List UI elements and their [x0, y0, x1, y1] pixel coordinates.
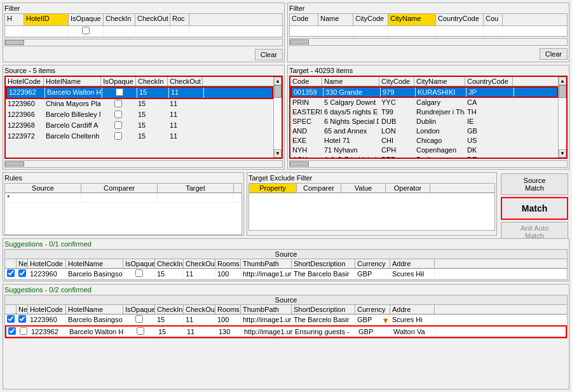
filter-col-hotelid: HotelID	[24, 14, 69, 25]
s2-col-check1	[5, 305, 17, 314]
s2-r1-check1[interactable]	[6, 327, 18, 337]
s2-r1-checkbox1[interactable]	[8, 327, 16, 335]
s2-r0-checkbox1[interactable]	[7, 315, 15, 323]
target-scroll-down[interactable]: ▼	[559, 149, 566, 158]
suggestions-1-row-0[interactable]: 1223960 Barcelo Basingso 15 11 100 http:…	[5, 269, 567, 280]
source-r0-checkbox[interactable]	[116, 88, 123, 96]
s2-r0-hotelcode: 1223960	[28, 315, 66, 324]
target-r2-code: EASTERN	[290, 107, 322, 116]
s2-col-isopaque: IsOpaque	[123, 305, 155, 314]
source-panel: Source - 5 items HotelCode HotelName IsO…	[3, 65, 285, 170]
target-row-2[interactable]: EASTERN 6 days/5 nights E T99 Rundrejser…	[290, 107, 558, 117]
source-match-button[interactable]: SourceMatch	[501, 173, 568, 195]
s2-r1-isopaque	[125, 327, 156, 337]
source-row-3[interactable]: 1223968 Barcelo Cardiff A 15 11	[6, 121, 273, 132]
suggestions-2-row-1[interactable]: 1223962 Barcelo Walton H 15 11 130 http:…	[5, 325, 567, 338]
source-r2-checkout: 11	[168, 110, 203, 120]
source-scroll-up[interactable]: ▲	[274, 77, 282, 85]
filter-col-checkin: CheckIn	[104, 14, 135, 25]
rules-row-0: *	[5, 193, 242, 203]
suggestions-1-title: Suggestions - 0/1 confirmed	[4, 240, 568, 248]
s1-r0-checkbox1[interactable]	[7, 269, 15, 277]
source-r4-checkbox[interactable]	[114, 132, 122, 140]
source-r0-isopaque	[102, 88, 137, 98]
target-vscroll[interactable]: ▲ ▼	[558, 77, 566, 158]
source-vscroll[interactable]: ▲ ▼	[273, 77, 282, 158]
filter-left-title: Filter	[4, 4, 283, 12]
s2-r0-isopaque-cb[interactable]	[135, 315, 143, 323]
target-row-4[interactable]: AND 65 and Annex LON London GB	[290, 126, 558, 136]
source-row-1[interactable]: 1223960 China Mayors Pla 15 11	[6, 99, 273, 110]
source-r3-name: Barcelo Cardiff A	[44, 121, 101, 131]
target-row-7[interactable]: AOH A & O Friedrichsh BER Berlin DE	[290, 155, 558, 159]
rules-header: Source Comparer Target	[5, 184, 242, 193]
source-r0-checkin: 15	[137, 88, 169, 98]
arrow-down-icon: ▼	[381, 316, 390, 324]
s1-r0-checkout: 11	[184, 269, 215, 278]
target-grid-inner: Code Name CityCode CityName CountryCode …	[290, 77, 558, 159]
s2-col-currency: Currency	[355, 305, 390, 314]
target-r2-countrycode: TH	[465, 107, 513, 116]
s2-r1-isopaque-cb[interactable]	[137, 327, 144, 335]
s2-r1-checkbox2[interactable]	[20, 327, 27, 335]
filter-left-clear-button[interactable]: Clear	[255, 49, 283, 60]
source-scroll-track	[274, 85, 282, 149]
s2-col-hotelname: HotelName	[66, 305, 123, 314]
filter-right-code-val	[290, 26, 318, 36]
target-row-0[interactable]: 001359 330 Grande 979 KURASHIKI JP	[290, 86, 558, 98]
target-r3-code: SPEC	[290, 117, 322, 126]
s1-r0-rooms: 100	[215, 269, 241, 278]
target-r1-name: 5 Calgary Downt	[322, 98, 379, 107]
target-r4-code: AND	[290, 126, 322, 135]
s1-r0-check1[interactable]	[5, 269, 17, 279]
source-r2-name: Barcelo Billesley N	[44, 110, 101, 120]
target-r3-cityname: Dublin	[414, 117, 465, 126]
source-row-0[interactable]: 1223962 Barcelo Walton H 15 11	[6, 86, 273, 99]
filter-right-row	[290, 26, 567, 36]
source-data-grid: HotelCode HotelName IsOpaque CheckIn Che…	[4, 76, 283, 159]
source-r1-checkbox[interactable]	[114, 100, 122, 107]
match-button[interactable]: Match	[501, 197, 568, 220]
source-r2-checkbox[interactable]	[114, 111, 122, 118]
source-r0-checkout: 11	[169, 88, 204, 98]
suggestions-2-row-0[interactable]: 1223960 Barcelo Basingso 15 11 100 http:…	[5, 314, 567, 325]
source-r3-checkbox[interactable]	[114, 121, 122, 129]
suggestions-2-grid: Source New HotelCode HotelName IsOpaque …	[4, 295, 568, 339]
filter-left-checkin-val	[104, 26, 135, 36]
filter-left-scrollbar[interactable]	[4, 39, 283, 46]
filter-col-isopaque: IsOpaque	[69, 14, 104, 25]
filter-right-scrollbar[interactable]	[289, 38, 568, 46]
target-row-3[interactable]: SPEC 6 Nights Special D DUB Dublin IE	[290, 117, 558, 126]
target-hscroll[interactable]	[289, 160, 568, 168]
source-hscroll[interactable]	[4, 160, 283, 168]
s2-r1-currency: GBP	[357, 327, 392, 336]
target-r5-name: Hotel 71	[322, 136, 379, 145]
s1-r0-checkbox2[interactable]	[18, 269, 26, 277]
s2-r0-check1[interactable]	[5, 314, 17, 325]
target-r1-citycode: YYC	[379, 98, 414, 107]
tef-header: Property Comparer Value Operator	[249, 184, 494, 193]
target-row-6[interactable]: NYH 71 Nyhavn CPH Copenhagen DK	[290, 145, 558, 155]
s2-r1-check2[interactable]	[18, 327, 29, 337]
target-col-cityname: CityName	[414, 77, 465, 86]
target-scroll-up[interactable]: ▲	[559, 77, 566, 85]
source-row-2[interactable]: 1223966 Barcelo Billesley N 15 11	[6, 110, 273, 121]
source-r4-checkin: 15	[136, 132, 168, 142]
s2-r0-checkout: 11	[184, 315, 215, 324]
s1-r0-check2[interactable]	[17, 269, 28, 279]
s1-r0-isopaque-cb[interactable]	[135, 269, 143, 277]
s2-r0-check2[interactable]	[17, 314, 28, 325]
filter-isopaque-checkbox[interactable]	[82, 27, 90, 34]
filter-right-grid: Code Name CityCode CityName CountryCode …	[289, 13, 568, 37]
target-r3-citycode: DUB	[379, 117, 414, 126]
filter-rcol-cou: Cou	[484, 14, 503, 25]
s2-col-hotelcode: HotelCode	[28, 305, 66, 314]
source-row-4[interactable]: 1223972 Barcelo Cheltenh 15 11	[6, 132, 273, 142]
target-row-5[interactable]: EXE Hotel 71 CHI Chicago US	[290, 136, 558, 145]
source-scroll-down[interactable]: ▼	[274, 149, 282, 158]
filter-right-clear-button[interactable]: Clear	[540, 48, 568, 60]
s1-col-shortdesc: ShortDescription	[292, 259, 355, 268]
target-col-name: Name	[322, 77, 379, 86]
target-row-1[interactable]: PRIN 5 Calgary Downt YYC Calgary CA	[290, 98, 558, 107]
s2-r0-checkbox2[interactable]	[18, 315, 26, 323]
